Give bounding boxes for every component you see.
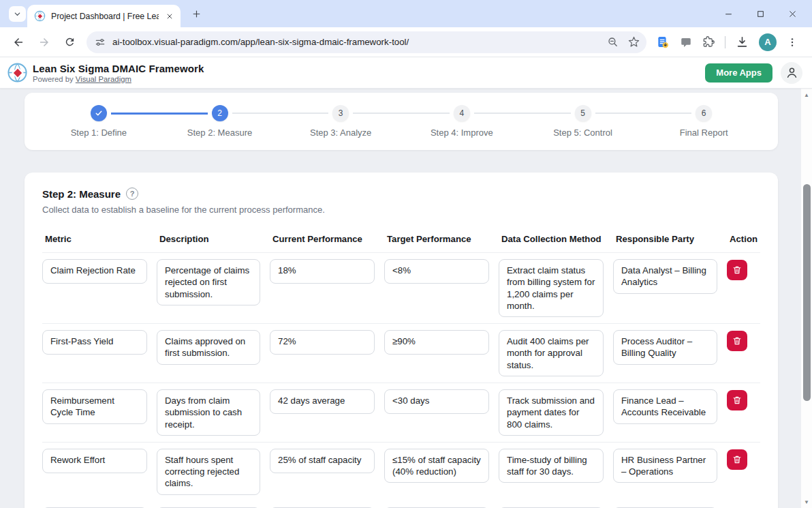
data-collection-method-field[interactable]: Track submission and payment dates for 8… <box>499 389 604 436</box>
browser-tab[interactable]: Project Dashboard | Free Lean S <box>27 5 181 27</box>
metrics-table: Claim Rejection Rate Percentage of claim… <box>42 253 760 508</box>
tab-search-button[interactable] <box>9 6 26 22</box>
docs-extension-button[interactable] <box>656 35 670 49</box>
delete-row-button[interactable] <box>727 390 747 410</box>
delete-row-button[interactable] <box>727 331 747 351</box>
target-performance-field[interactable]: ≥90% <box>384 330 489 355</box>
data-collection-method-field[interactable]: Time-study of billing staff for 30 days. <box>499 449 604 483</box>
description-field[interactable]: Days from claim submission to cash recei… <box>157 389 260 436</box>
table-row: Reimbursement Cycle Time Days from claim… <box>42 383 760 442</box>
bookmark-star-icon[interactable] <box>628 36 640 48</box>
stepper-step: 5 Step 5: Control <box>522 93 644 150</box>
current-performance-field[interactable]: 42 days average <box>270 389 375 414</box>
trash-icon <box>732 455 742 464</box>
data-collection-method-field[interactable]: Audit 400 claims per month for approval … <box>499 330 604 376</box>
forward-button[interactable] <box>35 33 54 52</box>
section-subtitle: Collect data to establish a baseline for… <box>42 205 760 215</box>
visual-paradigm-logo <box>7 62 28 83</box>
profile-avatar-button[interactable]: A <box>759 33 777 51</box>
step-circle[interactable]: 2 <box>212 105 228 121</box>
stepper-step: 3 Step 3: Analyze <box>280 93 401 150</box>
step-label: Final Report <box>643 128 764 138</box>
scrollbar-thumb[interactable] <box>803 184 811 401</box>
person-icon <box>785 66 798 79</box>
powered-by-link[interactable]: Visual Paradigm <box>76 75 131 83</box>
data-collection-method-field[interactable]: Extract claim status from billing system… <box>499 259 604 317</box>
table-header-row: Metric Description Current Performance T… <box>42 234 760 253</box>
stepper-step: 1 Step 1: Define <box>38 93 159 150</box>
step-label: Step 1: Define <box>38 128 159 138</box>
step-circle[interactable]: 6 <box>696 105 712 121</box>
description-field[interactable]: Claims approved on first submission. <box>157 330 260 365</box>
comment-button[interactable] <box>680 36 692 48</box>
responsible-party-field[interactable]: Process Auditor – Billing Quality <box>613 330 717 365</box>
delete-row-button[interactable] <box>727 260 747 280</box>
url-text: ai-toolbox.visual-paradigm.com/app/lean-… <box>112 37 602 47</box>
stepper-step: 2 Step 2: Measure <box>159 93 281 150</box>
dmaic-stepper: 1 Step 1: Define 2 Step 2: Measure <box>25 93 778 150</box>
step-label: Step 2: Measure <box>159 128 281 138</box>
step-circle[interactable]: 3 <box>332 105 349 121</box>
user-profile-button[interactable] <box>781 62 802 84</box>
new-tab-button[interactable] <box>189 7 204 21</box>
download-icon <box>736 35 749 48</box>
target-performance-field[interactable]: ≤15% of staff capacity (40% reduction) <box>384 449 489 483</box>
maximize-button[interactable] <box>753 7 768 21</box>
minimize-button[interactable] <box>721 7 736 21</box>
scroll-down-arrow-icon[interactable]: ▼ <box>801 497 812 507</box>
scroll-up-arrow-icon[interactable]: ▲ <box>801 90 812 100</box>
stepper-step: 6 Final Report <box>643 93 764 150</box>
description-field[interactable]: Percentage of claims rejected on first s… <box>157 259 260 305</box>
profile-avatar: A <box>759 33 777 51</box>
more-apps-button[interactable]: More Apps <box>705 63 772 83</box>
visual-paradigm-favicon <box>34 10 46 22</box>
refresh-button[interactable] <box>61 33 79 51</box>
current-performance-field[interactable]: 18% <box>270 259 375 284</box>
target-performance-field[interactable]: <8% <box>384 259 489 284</box>
site-info-tune-icon[interactable] <box>95 37 106 48</box>
refresh-icon <box>64 36 76 48</box>
responsible-party-field[interactable]: Data Analyst – Billing Analytics <box>613 259 717 294</box>
tab-close-button[interactable] <box>164 11 175 22</box>
powered-by: Powered by Visual Paradigm <box>33 75 204 83</box>
measure-card: Step 2: Measure ? Collect data to establ… <box>25 173 778 508</box>
kebab-menu-icon <box>787 37 798 48</box>
step-circle[interactable]: 5 <box>575 105 591 121</box>
app-header: Lean Six Sigma DMAIC Framework Powered b… <box>0 57 812 89</box>
browser-titlebar: Project Dashboard | Free Lean S <box>0 0 812 27</box>
description-field[interactable]: Staff hours spent correcting rejected cl… <box>157 449 260 495</box>
page-content: 1 Step 1: Define 2 Step 2: Measure <box>0 89 801 508</box>
current-performance-field[interactable]: 25% of staff capacity <box>270 449 375 473</box>
metric-field[interactable]: Rework Effort <box>42 449 147 473</box>
page-scrollbar[interactable]: ▲ ▼ <box>801 89 812 508</box>
downloads-button[interactable] <box>736 35 749 48</box>
stepper-step: 4 Step 4: Improve <box>401 93 522 150</box>
metric-field[interactable]: Claim Rejection Rate <box>42 259 147 284</box>
table-row-partial <box>42 501 760 508</box>
metric-field[interactable]: First-Pass Yield <box>42 330 147 355</box>
zoom-out-icon[interactable] <box>607 36 619 48</box>
help-icon[interactable]: ? <box>126 188 138 200</box>
step-label: Step 5: Control <box>522 128 644 138</box>
responsible-party-field[interactable]: Finance Lead – Accounts Receivable <box>613 389 717 424</box>
table-row: Claim Rejection Rate Percentage of claim… <box>42 253 760 323</box>
column-header-method: Data Collection Method <box>499 234 604 244</box>
section-heading: Step 2: Measure <box>42 188 121 200</box>
column-header-current: Current Performance <box>270 234 375 244</box>
target-performance-field[interactable]: <30 days <box>384 389 489 414</box>
toolbar-divider <box>725 36 725 48</box>
browser-menu-button[interactable] <box>787 37 798 48</box>
close-window-button[interactable] <box>785 7 800 21</box>
current-performance-field[interactable]: 72% <box>270 330 375 355</box>
responsible-party-field[interactable]: HR Business Partner – Operations <box>613 449 717 483</box>
extensions-button[interactable] <box>702 36 715 48</box>
document-download-icon <box>656 35 670 49</box>
delete-row-button[interactable] <box>727 449 747 470</box>
back-button[interactable] <box>9 33 28 52</box>
metric-field[interactable]: Reimbursement Cycle Time <box>42 389 147 424</box>
column-header-description: Description <box>157 234 260 244</box>
url-bar[interactable]: ai-toolbox.visual-paradigm.com/app/lean-… <box>87 31 646 53</box>
trash-icon <box>732 395 742 405</box>
step-circle[interactable]: 4 <box>454 105 470 121</box>
step-circle[interactable]: 1 <box>91 105 107 121</box>
